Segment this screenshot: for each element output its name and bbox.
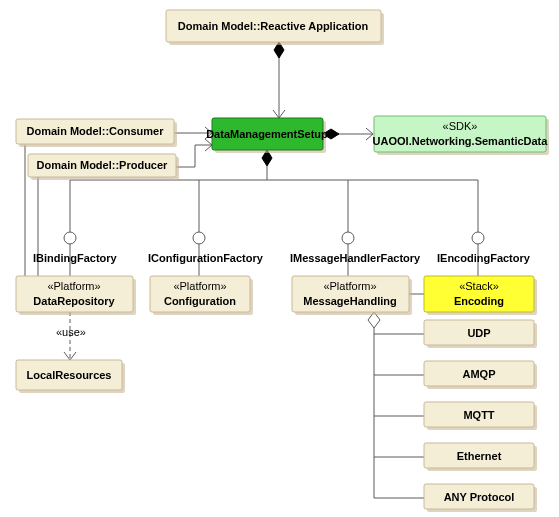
label-repo-stereo: «Platform» [47, 280, 100, 292]
box-ethernet: Ethernet [424, 443, 537, 471]
label-producer: Domain Model::Producer [37, 159, 169, 171]
label-encoding-stereo: «Stack» [459, 280, 499, 292]
label-udp: UDP [467, 327, 490, 339]
box-encoding: «Stack» Encoding [424, 276, 537, 315]
box-message-handling: «Platform» MessageHandling [292, 276, 412, 315]
box-consumer: Domain Model::Consumer [16, 119, 177, 147]
iface-ball-msg [342, 232, 354, 244]
box-mqtt: MQTT [424, 402, 537, 430]
box-reactive-application: Domain Model::Reactive Application [166, 10, 384, 45]
box-local-resources: LocalResources [16, 360, 125, 393]
box-producer: Domain Model::Producer [28, 154, 179, 180]
iface-enc-label: IEncodingFactory [437, 252, 531, 264]
label-reactive-application: Domain Model::Reactive Application [178, 20, 369, 32]
box-sdk: «SDK» UAOOI.Networking.SemanticData [373, 116, 549, 155]
label-consumer: Domain Model::Consumer [27, 125, 165, 137]
box-any-protocol: ANY Protocol [424, 484, 537, 512]
label-use: «use» [56, 326, 86, 338]
label-amqp: AMQP [463, 368, 496, 380]
box-data-management-setup: DataManagementSetup [206, 118, 328, 153]
label-local-resources: LocalResources [27, 369, 112, 381]
diagram-canvas: Domain Model::Reactive Application Domai… [0, 0, 559, 517]
label-any-protocol: ANY Protocol [444, 491, 515, 503]
label-data-management-setup: DataManagementSetup [206, 128, 328, 140]
iface-ball-enc [472, 232, 484, 244]
box-data-repository: «Platform» DataRepository [16, 276, 136, 315]
box-configuration: «Platform» Configuration [150, 276, 253, 315]
iface-config-label: IConfigurationFactory [148, 252, 264, 264]
label-msgh: MessageHandling [303, 295, 397, 307]
label-repo: DataRepository [33, 295, 115, 307]
label-config-stereo: «Platform» [173, 280, 226, 292]
box-udp: UDP [424, 320, 537, 348]
label-sdk-stereo: «SDK» [443, 120, 478, 132]
box-amqp: AMQP [424, 361, 537, 389]
iface-ball-config [193, 232, 205, 244]
label-config: Configuration [164, 295, 236, 307]
label-ethernet: Ethernet [457, 450, 502, 462]
label-mqtt: MQTT [463, 409, 494, 421]
label-encoding: Encoding [454, 295, 504, 307]
label-msgh-stereo: «Platform» [323, 280, 376, 292]
iface-msg-label: IMessageHandlerFactory [290, 252, 421, 264]
iface-binding-label: IBindingFactory [33, 252, 118, 264]
iface-ball-binding [64, 232, 76, 244]
label-sdk: UAOOI.Networking.SemanticData [373, 135, 549, 147]
